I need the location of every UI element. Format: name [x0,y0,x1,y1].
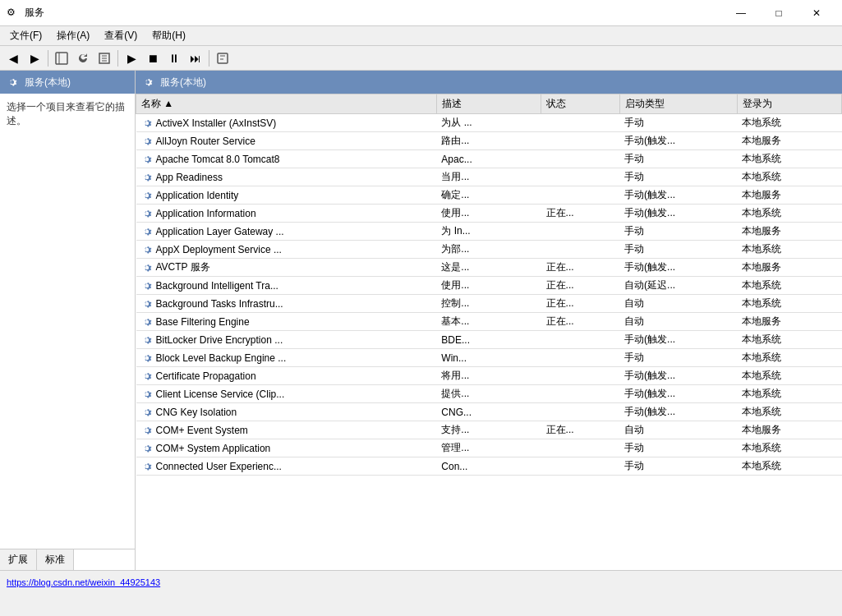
service-startup: 自动 [619,313,737,331]
table-row[interactable]: COM+ Event System 支持... 正在... 自动 本地服务 [136,421,842,439]
menu-bar: 文件(F) 操作(A) 查看(V) 帮助(H) [0,26,842,46]
table-row[interactable]: Connected User Experienc... Con... 手动 本地… [136,457,842,476]
service-name[interactable]: Application Identity [136,186,437,205]
service-desc: 为 In... [436,223,541,241]
service-name[interactable]: Application Layer Gateway ... [136,223,437,241]
service-login: 本地系统 [737,150,841,168]
toolbar-sep-1 [48,50,48,67]
svg-rect-6 [218,53,228,63]
service-login: 本地系统 [737,205,841,223]
table-row[interactable]: BitLocker Drive Encryption ... BDE... 手动… [136,331,842,349]
service-desc: 管理... [436,439,541,457]
menu-view[interactable]: 查看(V) [98,27,144,44]
table-row[interactable]: ActiveX Installer (AxInstSV) 为从 ... 手动 本… [136,114,842,132]
service-login: 本地服务 [737,421,841,439]
title-bar: ⚙ 服务 — □ ✕ [0,0,842,26]
service-name[interactable]: CNG Key Isolation [136,403,437,421]
service-name[interactable]: App Readiness [136,168,437,186]
service-name[interactable]: Client License Service (Clip... [136,385,437,403]
service-status [541,241,619,259]
service-desc: 为部... [436,241,541,259]
service-name[interactable]: AppX Deployment Service ... [136,241,437,259]
col-header-name[interactable]: 名称 ▲ [136,94,437,114]
table-row[interactable]: Block Level Backup Engine ... Win... 手动 … [136,349,842,367]
col-header-desc[interactable]: 描述 [436,94,541,114]
table-row[interactable]: AllJoyn Router Service 路由... 手动(触发... 本地… [136,132,842,150]
service-name[interactable]: Base Filtering Engine [136,313,437,331]
service-name[interactable]: Apache Tomcat 8.0 Tomcat8 [136,150,437,168]
service-name[interactable]: ActiveX Installer (AxInstSV) [136,114,437,132]
sidebar-tabs: 扩展 标准 [0,549,135,570]
service-status: 正在... [541,421,619,439]
service-name[interactable]: Application Information [136,205,437,223]
service-name[interactable]: Certificate Propagation [136,367,437,385]
service-name[interactable]: Background Tasks Infrastru... [136,295,437,313]
table-row[interactable]: Application Layer Gateway ... 为 In... 手动… [136,223,842,241]
table-row[interactable]: COM+ System Application 管理... 手动 本地系统 [136,439,842,457]
refresh-button[interactable] [73,48,93,68]
toolbar: ◀ ▶ ▶ ⏹ ⏸ ⏭ [0,46,842,71]
export-list-button[interactable] [94,48,114,68]
service-status [541,186,619,205]
service-desc: Win... [436,349,541,367]
service-desc: 支持... [436,421,541,439]
show-scope-button[interactable] [52,48,71,68]
properties-button[interactable] [213,48,232,68]
service-login: 本地服务 [737,313,841,331]
service-desc: Apac... [436,150,541,168]
service-desc: 使用... [436,277,541,295]
table-row[interactable]: Application Identity 确定... 手动(触发... 本地服务 [136,186,842,205]
service-startup: 手动 [619,150,737,168]
bottom-link[interactable]: https://blog.csdn.net/weixin_44925143 [7,577,160,587]
service-startup: 手动 [619,457,737,476]
table-row[interactable]: App Readiness 当用... 手动 本地系统 [136,168,842,186]
service-status [541,331,619,349]
service-desc: 确定... [436,186,541,205]
resume-service-button[interactable]: ⏭ [186,48,205,68]
service-name[interactable]: Block Level Backup Engine ... [136,349,437,367]
forward-button[interactable]: ▶ [25,48,44,68]
table-row[interactable]: Background Intelligent Tra... 使用... 正在..… [136,277,842,295]
service-name[interactable]: AVCTP 服务 [136,259,437,277]
close-button[interactable]: ✕ [798,0,835,26]
table-row[interactable]: CNG Key Isolation CNG... 手动(触发... 本地系统 [136,403,842,421]
table-row[interactable]: AppX Deployment Service ... 为部... 手动 本地系… [136,241,842,259]
maximize-button[interactable]: □ [760,0,798,26]
back-button[interactable]: ◀ [3,48,23,68]
service-startup: 手动(触发... [619,331,737,349]
menu-action[interactable]: 操作(A) [50,27,96,44]
service-startup: 手动(触发... [619,186,737,205]
menu-help[interactable]: 帮助(H) [145,27,192,44]
service-status [541,457,619,476]
service-name[interactable]: BitLocker Drive Encryption ... [136,331,437,349]
service-name[interactable]: AllJoyn Router Service [136,132,437,150]
window-controls: — □ ✕ [722,0,835,26]
menu-file[interactable]: 文件(F) [3,27,48,44]
table-row[interactable]: AVCTP 服务 这是... 正在... 手动(触发... 本地服务 [136,259,842,277]
tab-extend[interactable]: 扩展 [0,549,37,570]
service-login: 本地服务 [737,223,841,241]
service-name[interactable]: COM+ Event System [136,421,437,439]
pause-service-button[interactable]: ⏸ [164,48,184,68]
service-name[interactable]: Background Intelligent Tra... [136,277,437,295]
table-row[interactable]: Background Tasks Infrastru... 控制... 正在..… [136,295,842,313]
table-row[interactable]: Apache Tomcat 8.0 Tomcat8 Apac... 手动 本地系… [136,150,842,168]
service-login: 本地系统 [737,403,841,421]
service-login: 本地系统 [737,295,841,313]
col-header-login[interactable]: 登录为 [737,94,841,114]
service-name[interactable]: Connected User Experienc... [136,457,437,476]
table-row[interactable]: Certificate Propagation 将用... 手动(触发... 本… [136,367,842,385]
stop-service-button[interactable]: ⏹ [143,48,163,68]
services-table[interactable]: 名称 ▲ 描述 状态 启动类型 登录为 ActiveX Installer (A… [136,94,842,570]
bottom-bar: https://blog.csdn.net/weixin_44925143 [0,570,842,593]
col-header-status[interactable]: 状态 [541,94,619,114]
table-row[interactable]: Base Filtering Engine 基本... 正在... 自动 本地服… [136,313,842,331]
service-startup: 手动(触发... [619,205,737,223]
tab-standard[interactable]: 标准 [37,549,74,570]
col-header-startup[interactable]: 启动类型 [619,94,737,114]
table-row[interactable]: Application Information 使用... 正在... 手动(触… [136,205,842,223]
service-name[interactable]: COM+ System Application [136,439,437,457]
table-row[interactable]: Client License Service (Clip... 提供... 手动… [136,385,842,403]
start-service-button[interactable]: ▶ [122,48,141,68]
minimize-button[interactable]: — [722,0,760,26]
